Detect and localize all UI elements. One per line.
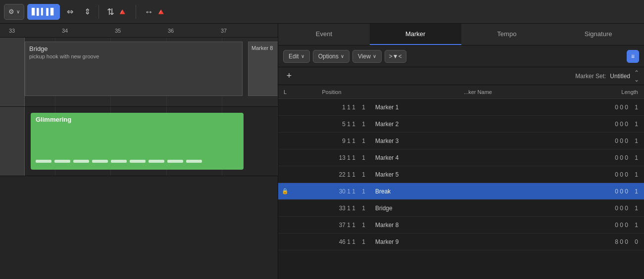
options-label: Options [318, 53, 339, 60]
dash-5 [111, 160, 127, 163]
marker8-label: Marker 8 [251, 45, 273, 51]
cell-length-4: 0 0 0 1 [585, 171, 644, 178]
waveform-icon: ▋▌▍▌▋ [32, 8, 55, 15]
cell-position-6: 33 1 1 1 [292, 205, 371, 212]
waveform-button[interactable]: ▋▌▍▌▋ [27, 4, 60, 20]
glimmering-block[interactable]: Glimmering [31, 113, 244, 170]
edit-chevron-icon: ∨ [301, 53, 304, 59]
tab-signature[interactable]: Signature [552, 24, 644, 45]
ruler-marks: 33 34 35 36 37 [4, 28, 274, 34]
cell-name-3: Marker 4 [371, 154, 585, 161]
dash-8 [167, 160, 183, 163]
col-header-name: ...ker Name [371, 89, 585, 95]
ruler: 33 34 35 36 37 [0, 24, 278, 38]
table-row[interactable]: 1 1 1 1 Marker 1 0 0 0 1 [278, 99, 644, 116]
table-row[interactable]: 22 1 1 1 Marker 5 0 0 0 1 [278, 166, 644, 183]
tab-tempo[interactable]: Tempo [461, 24, 553, 45]
list-view-icon: ≡ [631, 53, 635, 60]
cell-l-5: 🔒 [278, 188, 292, 194]
cell-position-8: 46 1 1 1 [292, 238, 371, 245]
cell-length-6: 0 0 0 1 [585, 205, 644, 212]
gear-chevron: ∨ [16, 9, 20, 14]
cell-name-5: Break [371, 188, 585, 195]
cell-position-5: 30 1 1 1 [292, 188, 371, 195]
cell-length-0: 0 0 0 1 [585, 104, 644, 111]
table-row[interactable]: 33 1 1 1 Bridge 0 0 0 1 [278, 200, 644, 217]
ruler-mark-35: 35 [115, 28, 168, 34]
dash-7 [149, 160, 164, 163]
dash-4 [92, 160, 108, 163]
cell-length-3: 0 0 0 1 [585, 154, 644, 161]
marker-panel: Event Marker Tempo Signature Edit ∨ Opti… [278, 24, 644, 279]
cell-name-7: Marker 8 [371, 222, 585, 229]
cell-position-1: 5 1 1 1 [292, 121, 371, 128]
ruler-mark-36: 36 [168, 28, 221, 34]
filter-button[interactable]: >▼< [385, 50, 406, 63]
marker-set-row: + Marker Set: Untitled ⌃⌄ [278, 67, 644, 85]
cell-length-7: 0 0 0 1 [585, 222, 644, 229]
dash-3 [73, 160, 89, 163]
cell-name-0: Marker 1 [371, 104, 585, 111]
table-row-break[interactable]: 🔒 30 1 1 1 Break 0 0 0 1 [278, 183, 644, 200]
track-header-glimmering [0, 107, 25, 176]
track-bridge: Bridge pickup hook with new groove Marke… [0, 38, 278, 107]
nudge-button[interactable]: ⇅ 🔺 [103, 4, 132, 20]
col-header-position: Position [292, 89, 371, 95]
cell-name-4: Marker 5 [371, 171, 585, 178]
cell-position-2: 9 1 1 1 [292, 138, 371, 144]
cell-name-2: Marker 3 [371, 138, 585, 144]
table-row[interactable]: 9 1 1 1 Marker 3 0 0 0 1 [278, 133, 644, 149]
view-button[interactable]: View ∨ [352, 50, 382, 63]
table-header: L Position ...ker Name Length [278, 85, 644, 99]
bridge-content-block[interactable]: Bridge pickup hook with new groove [25, 42, 243, 96]
dash-6 [130, 160, 146, 163]
cell-position-7: 37 1 1 1 [292, 222, 371, 229]
view-chevron-icon: ∨ [373, 53, 376, 59]
zoom-button[interactable]: ↔ 🔺 [140, 4, 170, 20]
table-row[interactable]: 37 1 1 1 Marker 8 0 0 0 1 [278, 217, 644, 233]
track-glimmering: Glimmering [0, 107, 278, 176]
toolbar-divider-1 [99, 5, 99, 19]
view-label: View [358, 53, 371, 60]
main-content: 33 34 35 36 37 [0, 24, 644, 279]
marker-set-arrows-icon[interactable]: ⌃⌄ [634, 69, 639, 83]
track-header-bridge [0, 38, 25, 107]
list-view-button[interactable]: ≡ [627, 50, 639, 63]
timeline-panel: 33 34 35 36 37 [0, 24, 278, 279]
cell-length-8: 8 0 0 0 [585, 238, 644, 245]
toolbar-divider-2 [136, 5, 136, 19]
tab-marker[interactable]: Marker [370, 24, 461, 45]
options-button[interactable]: Options ∨ [313, 50, 349, 63]
zoom-icon: ↔ 🔺 [144, 6, 166, 17]
table-row[interactable]: 13 1 1 1 Marker 4 0 0 0 1 [278, 149, 644, 166]
dash-2 [54, 160, 70, 163]
glimmering-title: Glimmering [36, 116, 239, 123]
tab-event[interactable]: Event [278, 24, 370, 45]
cell-length-1: 0 0 0 1 [585, 121, 644, 128]
marker8-block[interactable]: Marker 8 [248, 42, 278, 96]
cell-position-3: 13 1 1 1 [292, 154, 371, 161]
table-row[interactable]: 5 1 1 1 Marker 2 0 0 0 1 [278, 116, 644, 133]
bridge-title: Bridge [29, 45, 238, 52]
ruler-mark-34: 34 [62, 28, 115, 34]
dash-9 [186, 160, 202, 163]
fit-height-icon: ⇕ [84, 7, 91, 16]
fit-height-button[interactable]: ⇕ [80, 4, 95, 20]
glimmering-dashes [36, 160, 239, 163]
fit-width-button[interactable]: ⇔ [63, 4, 77, 20]
add-marker-button[interactable]: + [283, 70, 295, 82]
gear-button[interactable]: ⚙ ∨ [4, 4, 24, 20]
marker-set-label: Marker Set: [575, 73, 606, 80]
table-row[interactable]: 46 1 1 1 Marker 9 8 0 0 0 [278, 233, 644, 250]
marker-table: L Position ...ker Name Length 1 1 1 1 Ma… [278, 85, 644, 279]
marker-set-value[interactable]: Untitled [610, 73, 630, 80]
edit-button[interactable]: Edit ∨ [283, 50, 310, 63]
filter-icon: >▼< [389, 53, 402, 60]
ruler-mark-33: 33 [9, 28, 62, 34]
dash-1 [36, 160, 51, 163]
ruler-mark-37: 37 [221, 28, 274, 34]
edit-label: Edit [289, 53, 299, 60]
main-toolbar: ⚙ ∨ ▋▌▍▌▋ ⇔ ⇕ ⇅ 🔺 ↔ 🔺 [0, 0, 644, 24]
cell-name-6: Bridge [371, 205, 585, 212]
cell-position-0: 1 1 1 1 [292, 104, 371, 111]
